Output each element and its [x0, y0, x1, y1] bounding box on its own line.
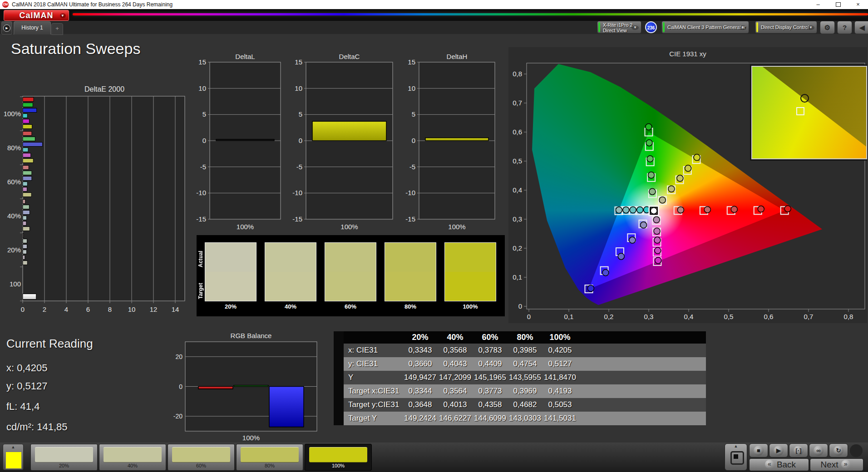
- table-cell: 0,3969: [508, 384, 542, 398]
- pattern-button-60%[interactable]: 60%: [168, 444, 235, 471]
- svg-text:8: 8: [108, 305, 112, 313]
- pattern-button-40%[interactable]: 40%: [99, 444, 166, 471]
- table-cell: 141,5031: [542, 412, 577, 425]
- table-cell: 141,8470: [542, 371, 577, 384]
- svg-text:-20: -20: [173, 413, 182, 420]
- window-titlebar: CM CalMAN 2018 CalMAN Ultimate for Busin…: [0, 0, 868, 9]
- table-cell: 0,4409: [473, 357, 508, 371]
- pattern-generator-dropdown[interactable]: CalMAN Client 3 Pattern Generator ▼: [661, 21, 749, 34]
- svg-text:0: 0: [299, 137, 302, 144]
- deltac-chart: DeltaC151050-5-10-15100%: [291, 41, 399, 236]
- column-header: 60%: [473, 331, 508, 344]
- pattern-window-toggle[interactable]: ▲: [725, 443, 747, 471]
- continuous-icon: ∞: [814, 446, 824, 456]
- swatch-target: [205, 272, 256, 301]
- play-icon: ▶: [774, 446, 784, 456]
- column-header: 20%: [403, 331, 438, 344]
- svg-text:0,7: 0,7: [804, 313, 814, 320]
- pattern-window-button[interactable]: [·]: [789, 443, 808, 457]
- next-button[interactable]: Next»: [810, 458, 863, 471]
- svg-text:0,3: 0,3: [513, 215, 522, 223]
- help-icon[interactable]: ?: [837, 21, 852, 34]
- back-button[interactable]: «Back: [749, 458, 809, 471]
- svg-text:100%: 100%: [237, 223, 254, 231]
- table-cell: 143,5955: [508, 371, 542, 384]
- table-row: Y149,9427147,2099145,1965143,5955141,847…: [334, 371, 706, 384]
- gear-icon[interactable]: ⚙: [820, 21, 835, 34]
- pattern-swatch: [104, 447, 162, 462]
- display-control-name: Direct Display Control: [761, 25, 809, 30]
- table-cell: 0,4205: [542, 344, 577, 357]
- cie-chart-title: CIE 1931 xy: [508, 50, 867, 58]
- svg-text:14: 14: [172, 305, 179, 313]
- meter-mode: Direct View: [603, 28, 627, 33]
- display-control-dropdown[interactable]: Direct Display Control ▼: [755, 21, 817, 34]
- table-cell: 146,6227: [438, 412, 473, 425]
- add-tab-button[interactable]: +: [51, 23, 63, 35]
- svg-text:-10: -10: [405, 189, 415, 197]
- column-header: 80%: [508, 331, 542, 344]
- table-cell: 0,3343: [403, 344, 438, 357]
- calman-logo-menu[interactable]: CalMAN ▼: [4, 10, 69, 21]
- svg-text:4: 4: [64, 305, 68, 313]
- loop-button[interactable]: ↻: [829, 443, 848, 457]
- table-cell: 145,1965: [473, 371, 508, 384]
- svg-text:0,2: 0,2: [604, 313, 614, 320]
- pattern-swatch: [309, 447, 367, 462]
- cie-zoom-inset: [751, 66, 867, 159]
- svg-text:100%: 100%: [4, 110, 21, 118]
- svg-text:100: 100: [10, 280, 21, 288]
- spectrum-bar: [73, 13, 868, 15]
- svg-text:20%: 20%: [7, 246, 21, 254]
- row-label: Target y:CIE31: [344, 398, 403, 412]
- source-status-bar: [663, 22, 665, 32]
- double-chevron-right-icon: »: [841, 460, 850, 469]
- row-label: y: CIE31: [344, 357, 403, 371]
- pattern-label: 40%: [99, 463, 166, 468]
- pattern-button-20%[interactable]: 20%: [30, 444, 98, 471]
- svg-text:-5: -5: [409, 163, 415, 171]
- pattern-label: 20%: [31, 463, 97, 468]
- loop-icon: ↻: [833, 446, 843, 456]
- table-row: Target x:CIE310,33440,35640,37730,39690,…: [334, 384, 706, 398]
- play-button[interactable]: ▶: [769, 443, 788, 457]
- svg-text:0: 0: [412, 137, 415, 144]
- pattern-swatch: [35, 447, 93, 462]
- pattern-window-icon: [·]: [794, 446, 804, 456]
- current-pattern-color: [5, 452, 22, 469]
- maximize-icon[interactable]: [828, 0, 848, 9]
- svg-text:6: 6: [86, 305, 90, 313]
- svg-text:5: 5: [299, 110, 302, 118]
- table-cell: 0,3564: [438, 384, 473, 398]
- table-cell: 0,3344: [403, 384, 438, 398]
- stop-button[interactable]: ■: [749, 443, 768, 457]
- table-header: 20%40%60%80%100%: [334, 331, 706, 344]
- table-cell: 0,5127: [542, 357, 577, 371]
- row-label: x: CIE31: [344, 344, 403, 357]
- minimize-icon[interactable]: –: [808, 0, 828, 9]
- swatch-60%: [325, 242, 376, 301]
- deltae2000-chart: DeltaE 200002468101214100%80%60%40%20%10…: [9, 81, 195, 326]
- swatch-80%: [385, 242, 436, 301]
- table-cell: 0,4682: [508, 398, 542, 412]
- collapse-panel-icon[interactable]: ◀: [854, 21, 868, 34]
- swatch-actual: [325, 243, 376, 272]
- tab-scroll-button[interactable]: ▶: [1, 21, 12, 34]
- close-icon[interactable]: ×: [848, 0, 868, 9]
- pattern-button-80%[interactable]: 80%: [236, 444, 303, 471]
- meter-count-badge: 236: [645, 21, 657, 33]
- pattern-button-100%[interactable]: 100%: [305, 444, 372, 471]
- svg-text:-10: -10: [196, 189, 206, 197]
- continuous-button[interactable]: ∞: [809, 443, 828, 457]
- svg-text:0: 0: [527, 313, 531, 320]
- double-chevron-left-icon: «: [765, 460, 774, 469]
- cie-1931-panel: 00,10,20,30,40,50,60,70,800,10,20,30,40,…: [508, 47, 867, 323]
- pattern-indicator[interactable]: ▲: [3, 444, 24, 470]
- display-status-bar: [756, 22, 758, 32]
- swatch-level-label: 20%: [205, 303, 256, 310]
- meter-dropdown[interactable]: X-Rite i1Pro 2 Direct View ▼: [597, 21, 641, 34]
- svg-text:0,7: 0,7: [513, 99, 522, 107]
- tab-history-1[interactable]: History 1: [14, 21, 51, 34]
- table-cell: 0,4013: [438, 398, 473, 412]
- svg-text:0,8: 0,8: [513, 70, 522, 78]
